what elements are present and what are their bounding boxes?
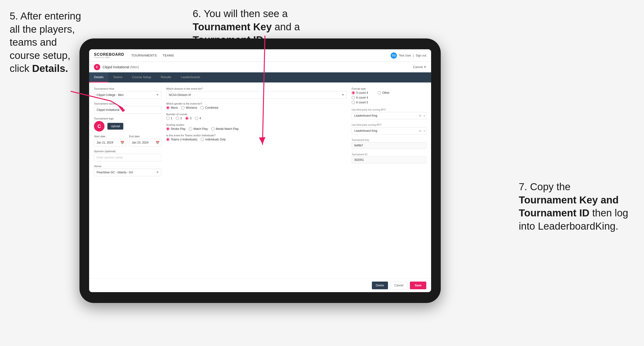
host-label: Tournament Host	[94, 87, 161, 90]
start-date-field: Start date 📅	[94, 135, 126, 147]
left-column: Tournament Host Clippd College - Men Tou…	[94, 87, 161, 274]
host-field: Tournament Host Clippd College - Men	[94, 87, 161, 99]
logo-field: Tournament logo C Upload	[94, 117, 161, 132]
format-6count4[interactable]: 6 count 4	[352, 96, 368, 99]
gender-combined[interactable]: Combined	[200, 106, 218, 109]
tournament-id-label: Tournament ID	[352, 153, 426, 156]
scoring-stroke[interactable]: Stroke Play	[166, 127, 186, 131]
logo-section: C Upload	[94, 121, 161, 132]
date-row: Start date 📅 End date 📅	[94, 135, 161, 147]
api2-clear-icon[interactable]: ✕	[419, 129, 422, 133]
sponsor-field: Sponsor (optional)	[94, 150, 161, 161]
gender-mens[interactable]: Mens	[166, 106, 178, 109]
rounds-4[interactable]: 4	[195, 117, 201, 120]
format-6count5[interactable]: 6 count 5	[352, 101, 368, 104]
tournament-id-field: Tournament ID 302051	[352, 153, 426, 163]
venue-select[interactable]: Peachtree GC - Atlanta - GA	[94, 169, 161, 176]
annotation-bottom-right: 7. Copy the Tournament Key and Tournamen…	[519, 180, 630, 233]
tournament-key-field: Tournament Key 6ef6b7	[352, 139, 426, 149]
tab-leaderboards[interactable]: Leaderboards	[176, 72, 205, 82]
api1-label: Use third-party live scoring API?	[352, 108, 426, 111]
user-name: Test User	[399, 54, 411, 57]
scoring-match[interactable]: Match Play	[189, 127, 208, 131]
tablet-frame: SCOREBOARD Powered by clippd TOURNAMENTS…	[80, 38, 441, 303]
gender-field: Which gender is the event for? Mens Wome…	[166, 102, 347, 109]
right-column: Format type 5 count 4 Other	[352, 87, 426, 274]
annotation-top-right: 6. You will then see a Tournament Key an…	[193, 7, 332, 47]
main-content: Tournament Host Clippd College - Men Tou…	[89, 82, 431, 278]
api1-section: Use third-party live scoring API? Leader…	[352, 108, 426, 119]
rounds-2[interactable]: 2	[176, 117, 182, 120]
format-5count4[interactable]: 5 count 4	[352, 91, 368, 95]
api1-select[interactable]: Leaderboard King	[352, 112, 426, 119]
tab-bar: Details Teams Course Setup Results Leade…	[89, 72, 431, 82]
start-date-icon: 📅	[120, 141, 124, 145]
scoring-label: Scoring system	[166, 123, 347, 126]
gender-radio-group: Mens Womens Combined	[166, 106, 347, 109]
nav-links: TOURNAMENTS TEAMS	[132, 54, 391, 57]
tablet-screen: SCOREBOARD Powered by clippd TOURNAMENTS…	[89, 49, 431, 292]
annotation-left: 5. After entering all the players, teams…	[10, 10, 82, 75]
teams-option[interactable]: Teams (+Individuals)	[166, 138, 197, 141]
brand: SCOREBOARD Powered by clippd	[94, 52, 124, 58]
scoring-field: Scoring system Stroke Play Match Play	[166, 123, 347, 131]
rounds-radio-group: 1 2 3 4	[166, 117, 347, 120]
logo-label: Tournament logo	[94, 117, 161, 120]
tournament-key-label: Tournament Key	[352, 139, 426, 141]
save-button[interactable]: Save	[410, 282, 426, 289]
format-field: Format type 5 count 4 Other	[352, 87, 426, 104]
sign-out-link[interactable]: Sign out	[416, 54, 426, 57]
rounds-3[interactable]: 3	[185, 117, 192, 120]
tournament-name-input[interactable]	[94, 106, 161, 114]
user-avatar: TU	[391, 52, 397, 59]
nav-right: TU Test User | Sign out	[391, 52, 426, 59]
breadcrumb-bar: C Clippd Invitational (Men) Cancel ✕	[89, 62, 431, 72]
division-label: Which division is the event for?	[166, 87, 347, 90]
format-section: 5 count 4 Other 6 count 4	[352, 91, 426, 104]
tab-results[interactable]: Results	[156, 72, 176, 82]
tournament-name-label: Tournament name	[94, 102, 161, 105]
tournament-name-field: Tournament name	[94, 102, 161, 114]
tournament-key-value: 6ef6b7	[352, 142, 426, 149]
rounds-1[interactable]: 1	[166, 117, 172, 120]
cancel-button[interactable]: Cancel	[390, 282, 408, 289]
sponsor-input[interactable]	[94, 154, 161, 161]
tab-teams[interactable]: Teams	[108, 72, 127, 82]
nav-teams[interactable]: TEAMS	[162, 54, 174, 57]
end-date-label: End date	[129, 135, 161, 138]
delete-button[interactable]: Delete	[372, 282, 388, 289]
cancel-top-button[interactable]: Cancel ✕	[413, 65, 426, 69]
gender-womens[interactable]: Womens	[181, 106, 197, 109]
format-label: Format type	[352, 87, 426, 90]
action-bar: Delete Cancel Save	[89, 278, 431, 292]
teams-radio-group: Teams (+Individuals) Individuals Only	[166, 138, 347, 141]
middle-column: Which division is the event for? NCAA Di…	[166, 87, 347, 274]
tab-details[interactable]: Details	[89, 72, 108, 82]
scoring-medal[interactable]: Medal Match Play	[211, 127, 239, 131]
individuals-option[interactable]: Individuals Only	[200, 138, 226, 141]
nav-divider: |	[413, 54, 414, 57]
api1-clear-icon[interactable]: ✕	[419, 114, 422, 118]
teams-field: Is this event for Teams and/or Individua…	[166, 134, 347, 141]
api2-select[interactable]: Leaderboard King	[352, 127, 426, 134]
scoring-radio-group: Stroke Play Match Play Medal Match Play	[166, 127, 347, 131]
venue-label: Venue	[94, 165, 161, 168]
division-select[interactable]: NCAA Division III	[166, 91, 347, 99]
division-field: Which division is the event for? NCAA Di…	[166, 87, 347, 99]
rounds-label: Number of rounds	[166, 113, 347, 116]
breadcrumb-title: Clippd Invitational (Men)	[102, 65, 413, 69]
end-date-field: End date 📅	[129, 135, 161, 147]
host-select[interactable]: Clippd College - Men	[94, 91, 161, 99]
sponsor-label: Sponsor (optional)	[94, 150, 161, 153]
tournament-icon: C	[94, 64, 100, 70]
nav-tournaments[interactable]: TOURNAMENTS	[132, 54, 157, 57]
top-nav: SCOREBOARD Powered by clippd TOURNAMENTS…	[89, 49, 431, 62]
venue-field: Venue Peachtree GC - Atlanta - GA	[94, 165, 161, 176]
upload-button[interactable]: Upload	[108, 123, 123, 130]
format-other[interactable]: Other	[378, 91, 390, 95]
tab-course-setup[interactable]: Course Setup	[127, 72, 156, 82]
end-date-icon: 📅	[156, 141, 160, 145]
start-date-label: Start date	[94, 135, 126, 138]
api2-section: Use third-party scoring API? Leaderboard…	[352, 124, 426, 134]
api2-label: Use third-party scoring API?	[352, 124, 426, 126]
